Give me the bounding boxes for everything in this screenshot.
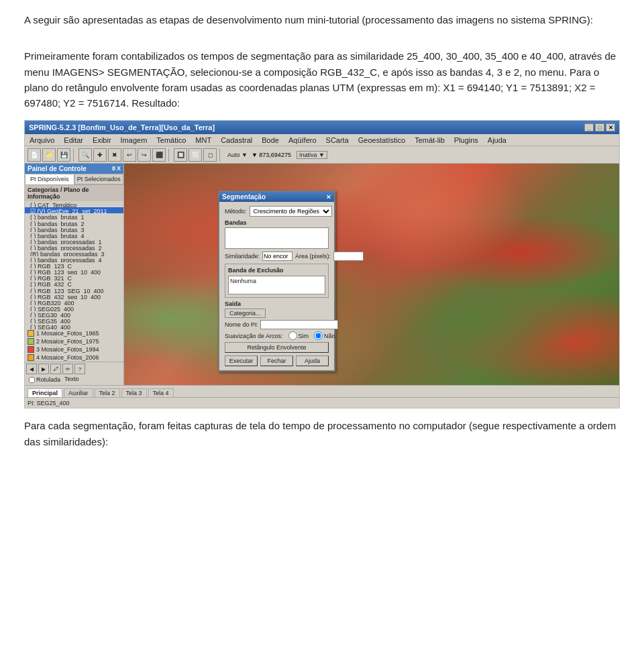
menu-arquivo[interactable]: Arquivo [28,135,56,145]
radio-nao-input[interactable] [314,331,323,340]
toolbar-btn2[interactable]: ✚ [93,148,107,162]
menu-editar[interactable]: Editar [62,135,85,145]
menu-mnt[interactable]: MNT [193,135,213,145]
sidebar-item-4[interactable]: ( ) bandas_brutas_3 [25,226,123,232]
sidebar-item-0[interactable]: ( ) CAT_Temático [25,201,123,207]
sidebar-resize-btn[interactable]: 8 [112,165,115,172]
sidebar-item-5[interactable]: ( ) bandas_brutas_4 [25,232,123,238]
dialog-method-row: Método: Crescimento de Regiões [225,206,329,217]
dialog-execute-btn[interactable]: Executar [225,355,258,366]
sidebar-rotulada[interactable]: Rotulada [26,376,63,384]
sidebar-item-19[interactable]: ( ) SEG35_400 [25,317,123,323]
toolbar-new[interactable]: 📄 [28,148,41,162]
dialog-method-select[interactable]: Crescimento de Regiões [250,206,332,217]
toolbar-save[interactable]: 💾 [57,148,70,162]
dialog-titlebar: Segmentação ✕ [219,192,334,202]
toolbar-btn7[interactable]: 🔲 [174,148,187,162]
sidebar-btn-2[interactable]: ▶ [38,364,49,374]
titlebar-buttons: _ □ ✕ [584,123,615,131]
sidebar-tab-disponíveis[interactable]: Pt Disponíveis [25,174,74,184]
maximize-btn[interactable]: □ [595,123,604,131]
close-btn[interactable]: ✕ [606,123,615,131]
sidebar-item-14[interactable]: ( ) RGB_123_SEG_10_400 [25,287,123,293]
toolbar-btn9[interactable]: ◻ [203,148,217,162]
sidebar-colored-3[interactable]: 3 Mosaice_Fotos_1994 [25,345,123,353]
dialog-radio-sim[interactable]: Sim [288,331,309,340]
dialog-help-btn[interactable]: Ajuda [296,355,329,366]
sidebar-close-btn[interactable]: X [117,165,121,172]
dialog-close-icon[interactable]: ✕ [326,194,331,201]
dialog-nome-row: Nome do PI: [225,320,329,329]
sidebar-colored-2[interactable]: 2 Mosaice_Fotos_1975 [25,337,123,345]
menu-bode[interactable]: Bode [260,135,281,145]
sidebar-item-10[interactable]: ( ) RGB_123_C [25,262,123,268]
toolbar-btn3[interactable]: ✖ [108,148,121,162]
spring-title: SPRING-5.2.3 [Bonfim_Uso_de_Terra][Uso_d… [29,123,215,131]
spring-tab-tela2[interactable]: Tela 2 [95,388,120,397]
menu-geoest[interactable]: Geoestatístico [356,135,407,145]
dialog-bandas-box[interactable] [225,227,329,249]
menu-plugins[interactable]: Plugins [452,135,480,145]
sidebar-item-16[interactable]: ( ) RGB320_400 [25,299,123,305]
outro-paragraph: Para cada segmentação, foram feitas capt… [24,418,620,449]
menu-tematico[interactable]: Temático [154,135,188,145]
dialog-radio-nao[interactable]: Não [314,331,335,340]
sidebar-item-7[interactable]: ( ) bandas_processadas_2 [25,244,123,250]
sidebar-colored-1[interactable]: 1 Mosaice_Fotos_1965 [25,329,123,337]
menu-imagem[interactable]: Imagem [119,135,150,145]
sidebar-item-11[interactable]: ( ) RGB_123_seg_10_400 [25,268,123,274]
spring-tabbar: Principal Auxiliar Tela 2 Tela 3 Tela 4 [25,385,619,397]
sidebar-colored-4[interactable]: 4 Mosaice_Fotos_2006 [25,353,123,362]
spring-tab-tela4[interactable]: Tela 4 [148,388,174,397]
dialog-nome-input[interactable] [260,320,338,329]
menu-aquifero[interactable]: Aqüífero [286,135,319,145]
dialog-area-label: Área (pixels): [295,253,331,260]
sidebar-item-2[interactable]: ( ) bandas_brutas_1 [25,213,123,219]
toolbar-sep1 [73,148,76,162]
dialog-categoria-btn[interactable]: Categoria... [225,309,266,318]
menu-exibir[interactable]: Exibir [91,135,113,145]
dialog-close-btn[interactable]: Fechar [260,355,293,366]
menu-scarta[interactable]: SCarta [324,135,351,145]
menu-tematlib[interactable]: Temát-lib [413,135,447,145]
sidebar-item-6[interactable]: ( ) bandas_processadas_1 [25,238,123,244]
sidebar-item-13[interactable]: ( ) RGB_432_C [25,280,123,286]
toolbar-btn6[interactable]: ⬛ [152,148,166,162]
rotulada-checkbox[interactable] [29,377,35,383]
spring-tab-auxiliar[interactable]: Auxiliar [64,388,93,397]
toolbar-btn4[interactable]: ↩ [123,148,136,162]
menu-ajuda[interactable]: Ajuda [486,135,508,145]
sidebar-section-title: Categorias / Plano de Informação [25,185,123,201]
dialog-suavizacao-row: Suavização de Arcos: Sim Não [225,331,329,340]
sidebar-item-8[interactable]: (R) bandas_processadas_3 [25,250,123,256]
menu-cadastral[interactable]: Cadastral [219,135,254,145]
intro-paragraph-1: A seguir são apresentadas as etapas de d… [24,12,620,28]
sidebar-item-1[interactable]: ☑ (V) GeoEye_21_set_2011 [25,207,123,213]
sidebar-tab-selecionados[interactable]: Pt Selecionados [74,174,124,184]
segmentation-dialog: Segmentação ✕ Método: Crescimento de Reg… [218,190,335,372]
sidebar-item-20[interactable]: ( ) SEG40_400 [25,323,123,329]
sidebar-item-9[interactable]: ( ) bandas_processadas_4 [25,256,123,262]
toolbar-btn5[interactable]: ↪ [138,148,151,162]
sidebar-item-12[interactable]: ( ) RGB_321_C [25,274,123,280]
dialog-area-input[interactable] [333,252,364,261]
sidebar-btn-1[interactable]: ◀ [26,364,37,374]
toolbar-btn1[interactable]: 🔍 [78,148,92,162]
minimize-btn[interactable]: _ [584,123,594,131]
sidebar-item-18[interactable]: ( ) SEG30_400 [25,311,123,317]
sidebar-item-17[interactable]: ( ) SEG025_400 [25,305,123,311]
spring-tab-principal[interactable]: Principal [28,388,62,397]
sidebar-item-15[interactable]: ( ) RGB_432_seg_10_400 [25,293,123,299]
spring-window: SPRING-5.2.3 [Bonfim_Uso_de_Terra][Uso_d… [25,121,619,408]
dialog-exclusao-listbox[interactable]: Nenhuma [228,276,325,294]
spring-tab-tela3[interactable]: Tela 3 [121,388,147,397]
toolbar-open[interactable]: 📁 [42,148,56,162]
sidebar-btn-5[interactable]: ? [74,364,85,374]
toolbar-btn8[interactable]: ⬜ [189,148,202,162]
radio-sim-input[interactable] [288,331,297,340]
sidebar-btn-3[interactable]: 🖍 [50,364,61,374]
sidebar-item-3[interactable]: ( ) bandas_brutas_2 [25,220,123,226]
sidebar-btn-4[interactable]: ✏ [62,364,73,374]
dialog-sim-input[interactable] [262,252,292,261]
dialog-retangulo-btn[interactable]: Retângulo Envolvente [225,342,329,353]
